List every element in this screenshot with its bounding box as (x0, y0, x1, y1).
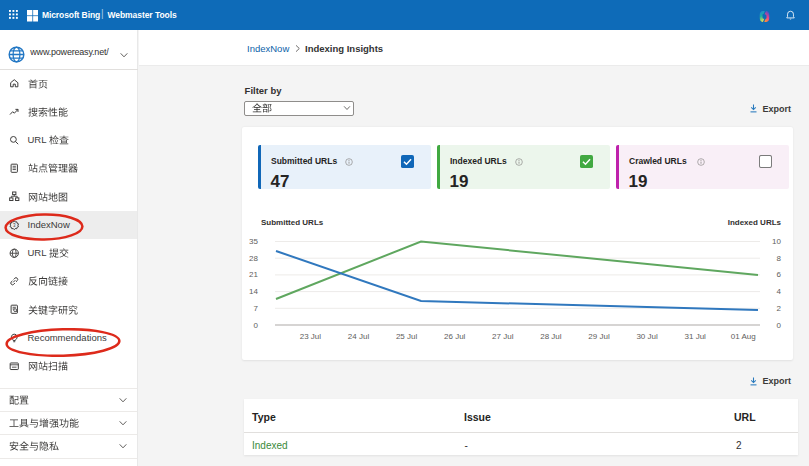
svg-text:7: 7 (254, 304, 259, 313)
svg-text:25 Jul: 25 Jul (396, 332, 418, 341)
svg-text:21: 21 (249, 270, 258, 279)
svg-text:29 Jul: 29 Jul (588, 332, 610, 341)
svg-text:27 Jul: 27 Jul (492, 332, 514, 341)
svg-text:28 Jul: 28 Jul (540, 332, 562, 341)
svg-text:30 Jul: 30 Jul (636, 332, 658, 341)
svg-text:0: 0 (777, 321, 782, 330)
svg-text:01 Aug: 01 Aug (731, 332, 756, 341)
svg-text:14: 14 (249, 287, 258, 296)
svg-text:31 Jul: 31 Jul (685, 332, 707, 341)
svg-text:2: 2 (777, 304, 782, 313)
svg-text:Submitted URLs: Submitted URLs (261, 218, 324, 227)
svg-text:35: 35 (249, 237, 258, 246)
svg-text:0: 0 (254, 321, 259, 330)
svg-text:6: 6 (777, 270, 782, 279)
svg-text:28: 28 (249, 254, 258, 263)
svg-text:26 Jul: 26 Jul (444, 332, 466, 341)
svg-text:4: 4 (777, 287, 782, 296)
svg-text:10: 10 (772, 237, 781, 246)
svg-text:8: 8 (777, 254, 782, 263)
svg-text:24 Jul: 24 Jul (348, 332, 370, 341)
svg-text:Indexed URLs: Indexed URLs (728, 218, 782, 227)
svg-text:23 Jul: 23 Jul (300, 332, 322, 341)
